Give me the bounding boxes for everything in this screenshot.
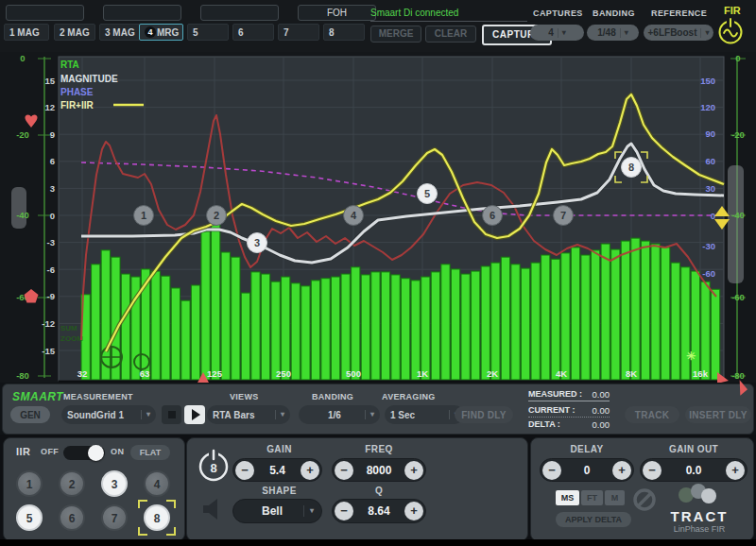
find-delay-button[interactable]: FIND DLY <box>455 406 513 423</box>
rta-bar <box>311 281 319 380</box>
tab-7[interactable]: 7 <box>278 24 319 41</box>
shape-dropdown[interactable]: Bell▾ <box>232 499 322 523</box>
band-button-4[interactable]: 4 <box>144 470 170 497</box>
band-marker-4[interactable]: 4 <box>344 206 364 226</box>
gain-out-plus-button[interactable]: + <box>726 461 745 480</box>
eq-band-panel: 8 GAIN − 5.4 + FREQ − 8000 + SHAPE Bell▾ <box>186 437 528 541</box>
play-icon <box>192 409 200 420</box>
freq-tick-label: 1K <box>417 368 428 379</box>
rta-bar <box>151 271 160 380</box>
analyzer-graph[interactable]: 00-20-20-40-40-60-60-80-80SUMZOOM3263125… <box>0 52 756 383</box>
band-marker-2[interactable]: 2 <box>207 206 227 226</box>
snapshot-name-field-4[interactable]: FOH <box>298 5 376 21</box>
stop-button[interactable] <box>162 405 181 424</box>
unit-ms-button[interactable]: MS <box>556 490 579 505</box>
phase-axis-label: -30 <box>702 241 715 251</box>
q-minus-button[interactable]: − <box>335 502 353 520</box>
band-marker-6[interactable]: 6 <box>483 206 503 226</box>
band-button-5[interactable]: 5 <box>16 504 43 531</box>
delay-plus-button[interactable]: + <box>612 461 631 480</box>
tab-1-mag[interactable]: 1 MAG <box>4 24 49 41</box>
band-button-2[interactable]: 2 <box>59 470 85 497</box>
tab-4-mrg-selected[interactable]: 4 MRG <box>139 24 183 41</box>
phase-axis-label: 120 <box>700 102 715 112</box>
rta-bar <box>391 275 400 380</box>
freq-minus-button[interactable]: − <box>335 461 353 480</box>
speaker-icon[interactable] <box>199 495 226 527</box>
gain-value[interactable]: 5.4 <box>269 464 285 477</box>
flat-button[interactable]: FLAT <box>130 445 170 460</box>
averaging-dropdown[interactable]: 1 Sec▾ <box>385 405 464 424</box>
band-marker-3[interactable]: 3 <box>248 233 267 253</box>
banding-dropdown[interactable]: 1/48▾ <box>587 25 639 41</box>
fir-waveform-icon[interactable] <box>715 17 746 49</box>
band-button-7[interactable]: 7 <box>101 504 128 531</box>
toggle-knob <box>88 445 104 461</box>
rta-bar <box>662 247 670 380</box>
rta-bar <box>411 281 420 380</box>
tab-2-mag[interactable]: 2 MAG <box>54 24 95 41</box>
left-zoom-scrollbar[interactable] <box>11 187 26 229</box>
snapshot-name-field-3[interactable] <box>200 5 279 21</box>
snapshot-name-field-1[interactable] <box>6 5 84 21</box>
right-zoom-scrollbar[interactable] <box>728 165 744 283</box>
reference-dropdown[interactable]: +6LFBoost▾ <box>644 25 713 41</box>
svg-text:7: 7 <box>560 210 566 221</box>
insert-delay-button[interactable]: INSERT DLY <box>685 406 751 423</box>
views-dropdown[interactable]: RTA Bars▾ <box>207 405 290 424</box>
q-plus-button[interactable]: + <box>404 502 423 520</box>
delay-minus-button[interactable]: − <box>542 461 561 480</box>
tab-5[interactable]: 5 <box>187 24 229 41</box>
snapshot-name-field-2[interactable] <box>103 5 181 21</box>
rta-bar <box>232 257 240 380</box>
delay-label: DELAY <box>540 444 634 454</box>
rta-bar <box>221 252 230 380</box>
delay-value[interactable]: 0 <box>584 464 591 477</box>
band-button-6[interactable]: 6 <box>59 504 85 531</box>
gain-out-value[interactable]: 0.0 <box>686 464 702 477</box>
views-label: VIEWS <box>230 392 259 401</box>
banding-dropdown-bottom[interactable]: 1/6▾ <box>299 405 380 424</box>
gen-button[interactable]: GEN <box>10 406 50 423</box>
band-marker-5[interactable]: 5 <box>418 184 438 204</box>
clear-button[interactable]: CLEAR <box>425 26 476 43</box>
unit-ft-button[interactable]: FT <box>581 490 603 505</box>
rta-bar <box>301 286 310 380</box>
db-axis-label: -9 <box>47 291 55 301</box>
track-button[interactable]: TRACK <box>625 406 679 423</box>
band-marker-7[interactable]: 7 <box>554 206 574 226</box>
svg-text:1: 1 <box>141 210 146 221</box>
unit-m-button[interactable]: M <box>605 490 625 505</box>
reference-label: REFERENCE <box>651 9 707 18</box>
rta-bar <box>92 264 100 380</box>
band-button-3[interactable]: 3 <box>101 470 128 497</box>
apply-delta-button[interactable]: APPLY DELTA <box>556 512 631 527</box>
tab-3-mag[interactable]: 3 MAG <box>99 24 141 41</box>
band-marker-1[interactable]: 1 <box>134 206 154 226</box>
merge-button[interactable]: MERGE <box>370 26 421 43</box>
rta-bar <box>481 266 490 380</box>
band-power-button[interactable]: 8 <box>196 448 232 487</box>
iir-on-off-toggle[interactable] <box>63 446 105 460</box>
rta-bar <box>421 277 430 380</box>
measurement-dropdown[interactable]: SoundGrid 1▾ <box>61 405 156 424</box>
gain-out-minus-button[interactable]: − <box>643 461 662 480</box>
band-button-1[interactable]: 1 <box>16 470 43 497</box>
gain-minus-button[interactable]: − <box>235 461 254 480</box>
svg-text:8: 8 <box>628 162 634 173</box>
iir-band-panel: IIR OFF ON FLAT 1 2 3 4 5 6 7 8 <box>3 437 185 541</box>
freq-plus-button[interactable]: + <box>404 461 423 480</box>
play-button[interactable] <box>184 405 205 424</box>
chevron-down-icon: ▾ <box>558 28 566 38</box>
freq-value[interactable]: 8000 <box>367 464 392 477</box>
gain-plus-button[interactable]: + <box>301 461 319 480</box>
smaart-connection-status: Smaart Di connected <box>370 8 458 18</box>
rta-bar <box>621 241 629 380</box>
db-axis-label: -15 <box>42 346 55 356</box>
rta-bar <box>711 289 719 380</box>
tab-8[interactable]: 8 <box>323 24 365 41</box>
q-value[interactable]: 8.64 <box>368 504 389 518</box>
captures-dropdown[interactable]: 4▾ <box>530 25 584 41</box>
bypass-icon[interactable] <box>631 486 658 517</box>
tab-6[interactable]: 6 <box>232 24 274 41</box>
